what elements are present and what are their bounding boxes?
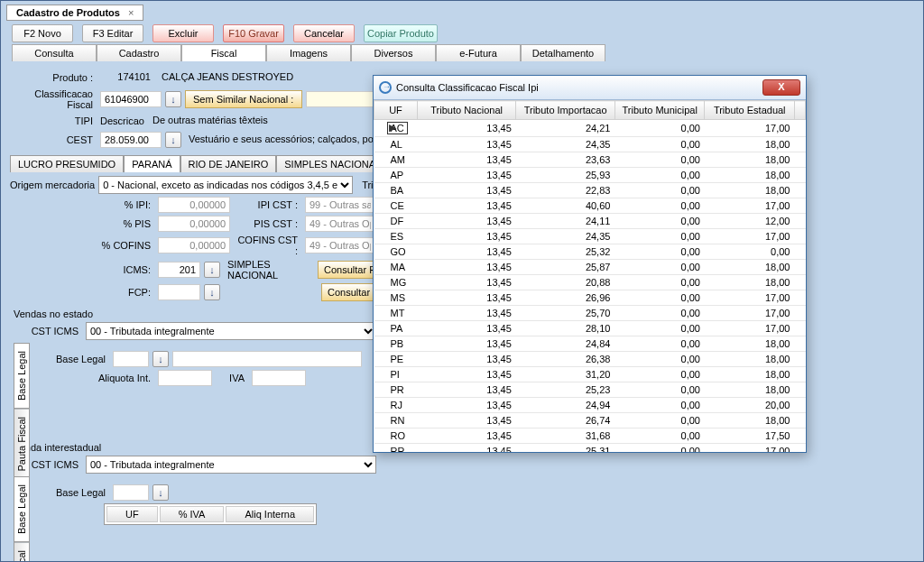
ipi-cst-label: IPI CST :: [234, 199, 301, 210]
table-row[interactable]: ▶AC13,4524,210,0017,00: [374, 120, 806, 137]
tab-e-futura[interactable]: e-Futura: [436, 44, 521, 61]
toolbar: F2 Novo F3 Editar Excluir F10 Gravar Can…: [1, 21, 923, 44]
icms-input[interactable]: [158, 262, 200, 278]
base-legal-ve-desc[interactable]: [172, 351, 362, 367]
dialog-body[interactable]: UFTributo NacionalTributo ImportacaoTrib…: [374, 100, 806, 452]
dialog-close-button[interactable]: X: [762, 79, 800, 96]
col-header-0[interactable]: UF: [374, 101, 418, 120]
table-row[interactable]: RO13,4531,680,0017,50: [374, 428, 806, 444]
pct-ipi-input[interactable]: [158, 197, 230, 213]
region-tab-0[interactable]: LUCRO PRESUMIDO: [10, 155, 124, 172]
produto-codigo: 174101: [100, 69, 154, 86]
cancelar-button[interactable]: Cancelar: [293, 24, 355, 42]
cofins-cst-input[interactable]: [305, 237, 375, 253]
aliq-int-label: Aliquota Int.: [46, 373, 154, 383]
copiar-produto-button[interactable]: Copiar Produto: [364, 24, 438, 42]
class-fiscal-lookup-icon[interactable]: ↓: [165, 91, 181, 107]
table-row[interactable]: RJ13,4524,940,0020,00: [374, 398, 806, 413]
table-row[interactable]: PA13,4528,100,0017,00: [374, 321, 806, 336]
icms-label: ICMS:: [10, 264, 154, 275]
table-row[interactable]: MA13,4525,870,0018,00: [374, 260, 806, 275]
col-uf: UF: [106, 506, 158, 522]
table-row[interactable]: AP13,4525,930,0018,00: [374, 168, 806, 183]
region-tab-1[interactable]: PARANÁ: [124, 155, 180, 172]
simples-label: SIMPLES NACIONAL: [224, 259, 314, 281]
ipi-cst-input[interactable]: [305, 197, 375, 213]
sem-similar-button[interactable]: Sem Similar Nacional :: [185, 90, 302, 108]
produto-nome: CALÇA JEANS DESTROYED: [158, 69, 338, 86]
tab-cadastro[interactable]: Cadastro: [97, 44, 181, 61]
pct-cofins-input[interactable]: [158, 237, 230, 253]
pis-cst-label: PIS CST :: [234, 218, 301, 229]
vtab-pauta-fiscal-1[interactable]: Pauta Fiscal: [14, 409, 30, 480]
table-row[interactable]: PI13,4531,200,0018,00: [374, 367, 806, 382]
table-row[interactable]: MG13,4520,880,0018,00: [374, 275, 806, 290]
cst-icms-ve-select[interactable]: 00 - Tributada integralmente: [86, 322, 376, 340]
fcp-lookup-icon[interactable]: ↓: [204, 284, 220, 300]
editar-button[interactable]: F3 Editar: [82, 24, 143, 42]
col-iva: % IVA: [160, 506, 225, 522]
table-row[interactable]: CE13,4540,600,0017,00: [374, 198, 806, 214]
origem-label: Origem mercadoria: [10, 180, 95, 190]
iva-input[interactable]: [252, 370, 306, 386]
pis-cst-input[interactable]: [305, 216, 375, 232]
table-row[interactable]: DF13,4524,110,0012,00: [374, 214, 806, 229]
col-header-4[interactable]: Tributo Estadual: [705, 101, 795, 120]
table-row[interactable]: PE13,4526,380,0018,00: [374, 352, 806, 367]
base-legal-vi-input[interactable]: [113, 484, 149, 501]
table-row[interactable]: PR13,4525,230,0018,00: [374, 382, 806, 398]
iva-label: IVA: [216, 373, 248, 383]
col-header-3[interactable]: Tributo Municipal: [614, 101, 705, 120]
window-tab[interactable]: Cadastro de Produtos ×: [6, 5, 143, 21]
region-tab-2[interactable]: RIO DE JANEIRO: [180, 155, 277, 172]
col-header-1[interactable]: Tributo Nacional: [417, 101, 515, 120]
vtab-base-legal-2[interactable]: Base Legal: [14, 476, 30, 542]
table-row[interactable]: RR13,4525,310,0017,00: [374, 444, 806, 453]
table-row[interactable]: MT13,4525,700,0017,00: [374, 306, 806, 321]
tab-fiscal[interactable]: Fiscal: [181, 44, 266, 61]
sem-similar-value: [306, 91, 378, 107]
pct-pis-input[interactable]: [158, 216, 230, 232]
base-legal-ve-lookup-icon[interactable]: ↓: [152, 351, 169, 367]
base-legal-ve-input[interactable]: [113, 351, 149, 367]
base-legal-vi-lookup-icon[interactable]: ↓: [152, 484, 169, 501]
icms-lookup-icon[interactable]: ↓: [204, 262, 220, 278]
pct-pis-label: % PIS: [10, 218, 154, 229]
col-header-2[interactable]: Tributo Importacao: [516, 101, 615, 120]
tab-diversos[interactable]: Diversos: [351, 44, 436, 61]
tab-imagens[interactable]: Imagens: [266, 44, 351, 61]
dialog-titlebar[interactable]: Consulta Classificacao Fiscal Ipi X: [374, 76, 806, 100]
class-fiscal-label: Classificacao Fiscal: [10, 88, 97, 110]
excluir-button[interactable]: Excluir: [152, 24, 214, 42]
dialog-title: Consulta Classificacao Fiscal Ipi: [396, 82, 539, 93]
table-row[interactable]: AM13,4523,630,0018,00: [374, 152, 806, 168]
table-row[interactable]: RN13,4526,740,0018,00: [374, 413, 806, 428]
class-fiscal-input[interactable]: [100, 91, 162, 107]
table-row[interactable]: ES13,4524,350,0017,00: [374, 229, 806, 244]
table-row[interactable]: PB13,4524,840,0018,00: [374, 336, 806, 352]
window-tab-title: Cadastro de Produtos: [16, 7, 120, 18]
cest-lookup-icon[interactable]: ↓: [165, 132, 181, 148]
origem-select[interactable]: 0 - Nacional, exceto as indicadas nos có…: [98, 176, 353, 194]
gravar-button[interactable]: F10 Gravar: [223, 24, 284, 42]
vtab-pauta-fiscal-2[interactable]: Pauta Fiscal: [14, 542, 30, 562]
aliq-int-input[interactable]: [158, 370, 212, 386]
cst-icms-vi-select[interactable]: 00 - Tributada integralmente: [86, 456, 376, 474]
fcp-input[interactable]: [158, 284, 200, 300]
close-icon[interactable]: ×: [128, 7, 134, 18]
tab-detalhamento[interactable]: Detalhamento: [521, 44, 605, 61]
table-row[interactable]: GO13,4525,320,000,00: [374, 244, 806, 260]
tab-consulta[interactable]: Consulta: [12, 44, 97, 61]
col-aliq: Aliq Interna: [226, 506, 314, 522]
tributo-table: UFTributo NacionalTributo ImportacaoTrib…: [374, 100, 806, 452]
table-row[interactable]: MS13,4526,960,0017,00: [374, 290, 806, 306]
tipi-desc-label: Descricao: [100, 115, 145, 126]
novo-button[interactable]: F2 Novo: [12, 24, 73, 42]
table-row[interactable]: AL13,4524,350,0018,00: [374, 137, 806, 152]
base-legal-ve-label: Base Legal: [46, 354, 109, 364]
uf-iva-table: UF % IVA Aliq Interna: [104, 503, 317, 525]
table-row[interactable]: BA13,4522,830,0018,00: [374, 183, 806, 198]
tipi-descricao: De outras matérias têxteis: [149, 113, 393, 129]
vtab-base-legal-1[interactable]: Base Legal: [14, 343, 30, 409]
cest-input[interactable]: [100, 132, 162, 148]
